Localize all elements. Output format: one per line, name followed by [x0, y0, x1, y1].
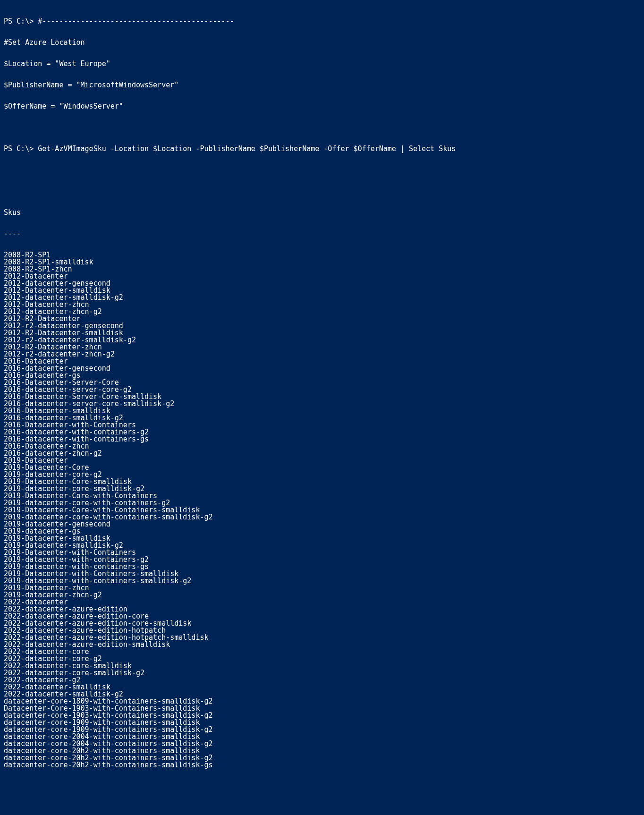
- var-location: $Location = "West Europe": [4, 60, 640, 68]
- var-publisher: $PublisherName = "MicrosoftWindowsServer…: [4, 82, 640, 89]
- skus-output: 2008-R2-SP12008-R2-SP1-smalldisk2008-R2-…: [4, 252, 640, 769]
- ps-prompt-2: PS C:\>: [4, 144, 38, 153]
- comment-title: #Set Azure Location: [4, 39, 640, 46]
- sku-row: 2012-r2-datacenter-zhcn-g2: [4, 351, 640, 358]
- sku-row: 2016-datacenter-gensecond: [4, 365, 640, 372]
- sku-row: 2022-datacenter-core-smalldisk-g2: [4, 670, 640, 677]
- powershell-terminal[interactable]: PS C:\> #-------------------------------…: [0, 0, 644, 780]
- sku-row: 2008-R2-SP1-smalldisk: [4, 259, 640, 266]
- sku-row: 2016-datacenter-with-containers-gs: [4, 436, 640, 443]
- column-header-skus: Skus: [4, 209, 640, 216]
- sku-row: 2022-datacenter-azure-edition-smalldisk: [4, 641, 640, 648]
- sku-row: 2019-Datacenter: [4, 457, 640, 464]
- sku-row: 2019-datacenter-zhcn-g2: [4, 592, 640, 599]
- prompt-line-1: PS C:\> #-------------------------------…: [4, 18, 640, 25]
- blank-line-3: [4, 188, 640, 195]
- ps-prompt: PS C:\>: [4, 17, 38, 25]
- prompt-line-2: PS C:\> Get-AzVMImageSku -Location $Loca…: [4, 145, 640, 153]
- sku-row: 2019-datacenter-with-containers-smalldis…: [4, 577, 640, 585]
- blank-line-2: [4, 167, 640, 174]
- var-offer: $OfferName = "WindowsServer": [4, 103, 640, 110]
- sku-row: 2008-R2-SP1: [4, 252, 640, 259]
- sku-row: 2019-datacenter-gensecond: [4, 521, 640, 528]
- sku-row: 2012-datacenter-zhcn-g2: [4, 308, 640, 315]
- sku-row: 2016-datacenter-zhcn-g2: [4, 450, 640, 457]
- comment-sep: #---------------------------------------…: [38, 17, 234, 25]
- sku-row: datacenter-core-20h2-with-containers-sma…: [4, 762, 640, 769]
- get-azvmimagesku-command: Get-AzVMImageSku -Location $Location -Pu…: [38, 144, 456, 153]
- sku-row: 2012-datacenter-smalldisk-g2: [4, 294, 640, 301]
- sku-row: 2008-R2-SP1-zhcn: [4, 266, 640, 273]
- blank-line-1: [4, 124, 640, 131]
- column-separator: ----: [4, 230, 640, 238]
